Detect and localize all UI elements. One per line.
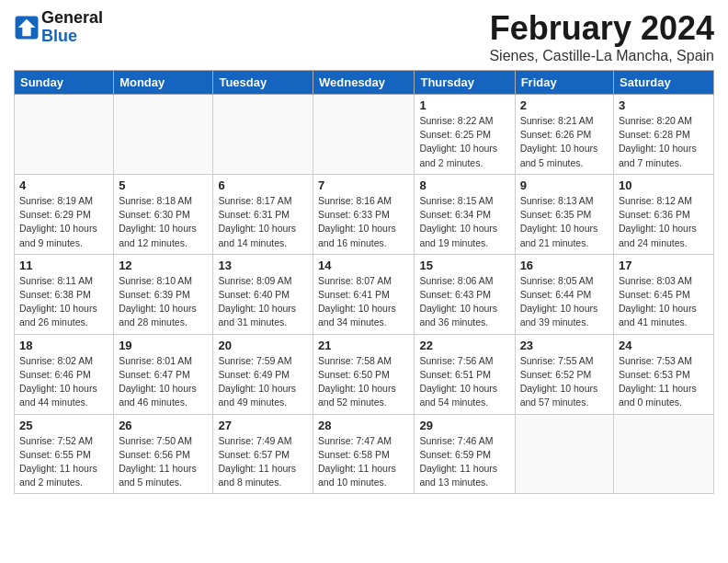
col-header-friday: Friday (515, 71, 613, 95)
day-number: 25 (19, 419, 108, 432)
week-row-5: 25Sunrise: 7:52 AM Sunset: 6:55 PM Dayli… (15, 414, 714, 494)
day-info: Sunrise: 7:47 AM Sunset: 6:58 PM Dayligh… (318, 434, 409, 490)
logo-icon (14, 15, 40, 40)
day-number: 18 (19, 339, 108, 352)
day-info: Sunrise: 7:59 AM Sunset: 6:49 PM Dayligh… (218, 354, 308, 410)
day-info: Sunrise: 8:22 AM Sunset: 6:25 PM Dayligh… (419, 114, 509, 170)
calendar-cell: 2Sunrise: 8:21 AM Sunset: 6:26 PM Daylig… (515, 95, 613, 175)
day-info: Sunrise: 7:53 AM Sunset: 6:53 PM Dayligh… (619, 354, 709, 410)
calendar-cell: 1Sunrise: 8:22 AM Sunset: 6:25 PM Daylig… (415, 95, 515, 175)
day-number: 2 (520, 98, 609, 112)
calendar-cell: 16Sunrise: 8:05 AM Sunset: 6:44 PM Dayli… (515, 254, 613, 334)
day-info: Sunrise: 8:01 AM Sunset: 6:47 PM Dayligh… (119, 354, 208, 410)
day-number: 21 (318, 339, 409, 352)
day-info: Sunrise: 8:16 AM Sunset: 6:33 PM Dayligh… (318, 194, 409, 250)
day-info: Sunrise: 7:56 AM Sunset: 6:51 PM Dayligh… (419, 354, 509, 410)
week-row-3: 11Sunrise: 8:11 AM Sunset: 6:38 PM Dayli… (15, 254, 714, 334)
week-row-4: 18Sunrise: 8:02 AM Sunset: 6:46 PM Dayli… (15, 334, 714, 414)
calendar-cell: 4Sunrise: 8:19 AM Sunset: 6:29 PM Daylig… (15, 174, 114, 254)
day-info: Sunrise: 7:58 AM Sunset: 6:50 PM Dayligh… (318, 354, 409, 410)
day-number: 15 (419, 259, 509, 272)
day-number: 22 (419, 339, 509, 352)
day-info: Sunrise: 8:05 AM Sunset: 6:44 PM Dayligh… (520, 274, 609, 330)
calendar-cell: 28Sunrise: 7:47 AM Sunset: 6:58 PM Dayli… (313, 414, 415, 494)
day-number: 9 (520, 178, 609, 192)
calendar-cell (515, 414, 613, 494)
day-info: Sunrise: 7:55 AM Sunset: 6:52 PM Dayligh… (520, 354, 609, 410)
day-number: 11 (19, 259, 108, 272)
day-number: 10 (619, 178, 709, 192)
calendar-cell: 19Sunrise: 8:01 AM Sunset: 6:47 PM Dayli… (114, 334, 213, 414)
day-info: Sunrise: 8:19 AM Sunset: 6:29 PM Dayligh… (19, 194, 108, 250)
calendar-cell: 24Sunrise: 7:53 AM Sunset: 6:53 PM Dayli… (614, 334, 714, 414)
day-info: Sunrise: 8:06 AM Sunset: 6:43 PM Dayligh… (419, 274, 509, 330)
day-number: 8 (419, 178, 509, 192)
col-header-tuesday: Tuesday (213, 71, 313, 95)
day-info: Sunrise: 7:49 AM Sunset: 6:57 PM Dayligh… (218, 434, 308, 490)
calendar-cell: 26Sunrise: 7:50 AM Sunset: 6:56 PM Dayli… (114, 414, 213, 494)
logo: General Blue (14, 9, 103, 46)
day-info: Sunrise: 8:17 AM Sunset: 6:31 PM Dayligh… (218, 194, 308, 250)
week-row-1: 1Sunrise: 8:22 AM Sunset: 6:25 PM Daylig… (15, 95, 714, 175)
logo-blue: Blue (41, 27, 77, 45)
calendar-cell: 23Sunrise: 7:55 AM Sunset: 6:52 PM Dayli… (515, 334, 613, 414)
day-number: 5 (119, 178, 208, 192)
day-info: Sunrise: 8:10 AM Sunset: 6:39 PM Dayligh… (119, 274, 208, 330)
day-number: 1 (419, 98, 509, 112)
col-header-thursday: Thursday (415, 71, 515, 95)
calendar-cell: 6Sunrise: 8:17 AM Sunset: 6:31 PM Daylig… (213, 174, 313, 254)
day-number: 19 (119, 339, 208, 352)
calendar: SundayMondayTuesdayWednesdayThursdayFrid… (14, 70, 714, 494)
col-header-monday: Monday (114, 71, 213, 95)
calendar-cell (114, 95, 213, 175)
day-number: 29 (419, 419, 509, 432)
calendar-cell: 3Sunrise: 8:20 AM Sunset: 6:28 PM Daylig… (614, 95, 714, 175)
calendar-cell: 25Sunrise: 7:52 AM Sunset: 6:55 PM Dayli… (15, 414, 114, 494)
calendar-cell: 20Sunrise: 7:59 AM Sunset: 6:49 PM Dayli… (213, 334, 313, 414)
day-info: Sunrise: 8:20 AM Sunset: 6:28 PM Dayligh… (619, 114, 709, 170)
calendar-cell: 13Sunrise: 8:09 AM Sunset: 6:40 PM Dayli… (213, 254, 313, 334)
day-info: Sunrise: 8:13 AM Sunset: 6:35 PM Dayligh… (520, 194, 609, 250)
day-info: Sunrise: 8:15 AM Sunset: 6:34 PM Dayligh… (419, 194, 509, 250)
month-title: February 2024 (489, 9, 714, 48)
calendar-cell: 29Sunrise: 7:46 AM Sunset: 6:59 PM Dayli… (415, 414, 515, 494)
day-number: 16 (520, 259, 609, 272)
calendar-cell (614, 414, 714, 494)
day-info: Sunrise: 8:12 AM Sunset: 6:36 PM Dayligh… (619, 194, 709, 250)
day-info: Sunrise: 8:21 AM Sunset: 6:26 PM Dayligh… (520, 114, 609, 170)
day-number: 26 (119, 419, 208, 432)
day-number: 6 (218, 178, 308, 192)
calendar-cell: 9Sunrise: 8:13 AM Sunset: 6:35 PM Daylig… (515, 174, 613, 254)
calendar-cell: 12Sunrise: 8:10 AM Sunset: 6:39 PM Dayli… (114, 254, 213, 334)
day-info: Sunrise: 7:46 AM Sunset: 6:59 PM Dayligh… (419, 434, 509, 490)
day-info: Sunrise: 8:07 AM Sunset: 6:41 PM Dayligh… (318, 274, 409, 330)
calendar-cell (313, 95, 415, 175)
day-number: 12 (119, 259, 208, 272)
calendar-cell: 14Sunrise: 8:07 AM Sunset: 6:41 PM Dayli… (313, 254, 415, 334)
calendar-cell: 27Sunrise: 7:49 AM Sunset: 6:57 PM Dayli… (213, 414, 313, 494)
week-row-2: 4Sunrise: 8:19 AM Sunset: 6:29 PM Daylig… (15, 174, 714, 254)
day-number: 3 (619, 98, 709, 112)
calendar-cell: 5Sunrise: 8:18 AM Sunset: 6:30 PM Daylig… (114, 174, 213, 254)
day-info: Sunrise: 8:02 AM Sunset: 6:46 PM Dayligh… (19, 354, 108, 410)
day-number: 27 (218, 419, 308, 432)
calendar-cell: 17Sunrise: 8:03 AM Sunset: 6:45 PM Dayli… (614, 254, 714, 334)
day-number: 7 (318, 178, 409, 192)
calendar-cell: 22Sunrise: 7:56 AM Sunset: 6:51 PM Dayli… (415, 334, 515, 414)
col-header-saturday: Saturday (614, 71, 714, 95)
col-header-wednesday: Wednesday (313, 71, 415, 95)
calendar-cell (15, 95, 114, 175)
col-header-sunday: Sunday (15, 71, 114, 95)
day-number: 4 (19, 178, 108, 192)
day-number: 20 (218, 339, 308, 352)
day-info: Sunrise: 8:11 AM Sunset: 6:38 PM Dayligh… (19, 274, 108, 330)
day-number: 13 (218, 259, 308, 272)
logo-general: General (41, 8, 103, 27)
day-number: 17 (619, 259, 709, 272)
title-block: February 2024 Sienes, Castille-La Mancha… (489, 9, 714, 64)
location: Sienes, Castille-La Mancha, Spain (489, 48, 714, 64)
calendar-cell (213, 95, 313, 175)
day-number: 28 (318, 419, 409, 432)
day-info: Sunrise: 7:50 AM Sunset: 6:56 PM Dayligh… (119, 434, 208, 490)
calendar-cell: 21Sunrise: 7:58 AM Sunset: 6:50 PM Dayli… (313, 334, 415, 414)
